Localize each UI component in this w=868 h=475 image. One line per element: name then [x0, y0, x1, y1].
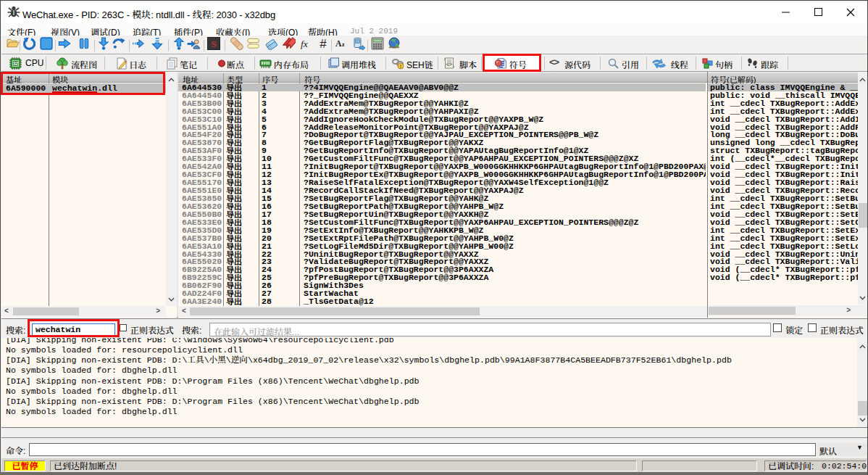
svg-text:32: 32 — [13, 61, 19, 66]
svg-text:A: A — [335, 39, 342, 49]
svg-text:fx: fx — [301, 38, 308, 49]
svg-text:z: z — [342, 42, 345, 49]
svg-text:<>: <> — [446, 61, 453, 67]
svg-text:!: ! — [400, 64, 401, 69]
svg-text:S: S — [211, 38, 216, 49]
svg-text:#: # — [320, 37, 327, 50]
